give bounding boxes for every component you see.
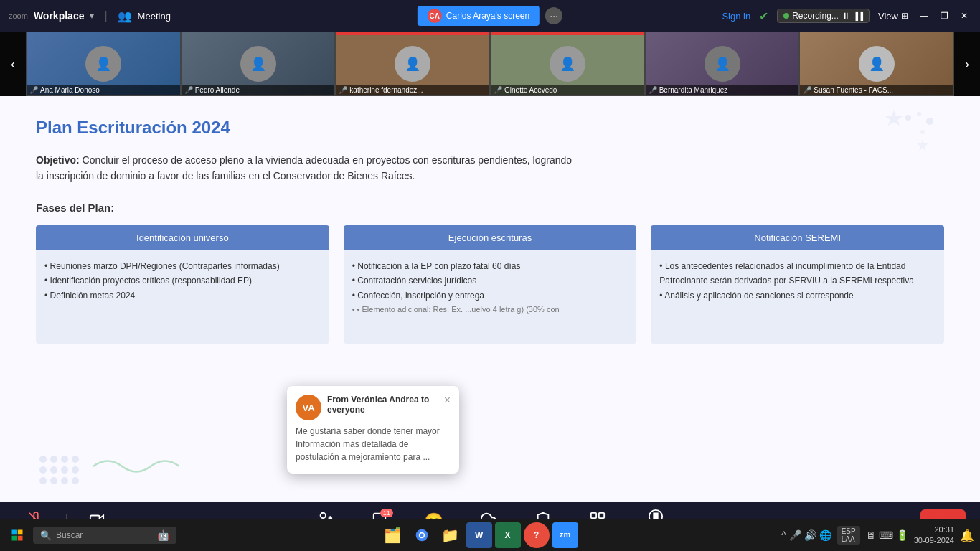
phases-grid: Identificación universo Reuniones marzo … <box>36 225 944 344</box>
svg-point-9 <box>72 456 79 463</box>
search-bar[interactable]: 🔍 Buscar 🤖 <box>33 527 176 544</box>
rec-dot <box>783 13 789 19</box>
close-button[interactable]: ✕ <box>957 9 971 23</box>
phase-card-1: Identificación universo Reuniones marzo … <box>36 225 329 344</box>
thumb-name-2: 🎤 Pedro Allende <box>182 85 335 95</box>
battery-icon[interactable]: 🔋 <box>896 529 908 541</box>
svg-rect-30 <box>18 530 23 535</box>
objetivo-label: Objetivo: <box>36 154 80 166</box>
taskbar: 🔍 Buscar 🤖 🗂️ 📁 W X ? zm ^ 🎤 🔊 🌐 ESPLAA <box>0 519 980 551</box>
screen-share-badge: CA Carlos Araya's screen <box>418 6 540 26</box>
close-popup-button[interactable]: × <box>444 395 451 406</box>
chat-message: Me gustaría saber dónde tener mayor Info… <box>296 426 440 462</box>
maximize-button[interactable]: ❐ <box>937 9 951 23</box>
va-avatar: VA <box>296 395 321 420</box>
svg-rect-23 <box>599 512 604 517</box>
taskbar-explorer-button[interactable]: 🗂️ <box>380 522 406 548</box>
keyboard-icon[interactable]: ⌨ <box>879 529 893 541</box>
taskbar-zoom-button[interactable]: zm <box>552 522 578 548</box>
date-label: 30-09-2024 <box>914 535 954 546</box>
chat-popup-body: Me gustaría saber dónde tener mayor Info… <box>287 425 459 474</box>
svg-point-3 <box>920 130 925 134</box>
taskbar-right: ^ 🎤 🔊 🌐 ESPLAA 🖥 ⌨ 🔋 20:31 30-09-2024 🔔 <box>781 524 974 547</box>
meeting-icon: 👥 <box>118 9 132 23</box>
svg-rect-28 <box>656 513 658 519</box>
svg-point-7 <box>50 456 57 463</box>
speaker-icon[interactable]: 🔊 <box>804 529 816 541</box>
thumb-name-4: 🎤 Ginette Acevedo <box>491 85 644 95</box>
screen-share-more-button[interactable]: ··· <box>545 7 562 24</box>
phase-header-2: Ejecución escrituras <box>344 225 637 250</box>
svg-point-10 <box>39 466 47 474</box>
mute-icon-5: 🎤 <box>649 86 657 94</box>
titlebar-right: Sign in ✔ Recording... ⏸ ▐▐ View ⊞ — ❐ ✕ <box>722 9 971 23</box>
participant-name-6: Susan Fuentes - FACS... <box>814 86 893 94</box>
view-label: View <box>878 11 898 22</box>
video-thumb-5: 👤 🎤 Bernardita Manriquez <box>645 32 800 96</box>
phase-body-2: Notificación a la EP con plazo fatal 60 … <box>344 250 637 344</box>
video-thumb-2: 👤 🎤 Pedro Allende <box>181 32 336 96</box>
svg-point-8 <box>61 456 68 463</box>
chat-popup-from: From Verónica Andrea to everyone <box>327 395 438 415</box>
phase-header-3: Notificación SEREMI <box>651 225 944 250</box>
svg-point-0 <box>905 115 911 121</box>
notification-bell-icon[interactable]: 🔔 <box>960 529 974 542</box>
search-placeholder: Buscar <box>56 530 83 540</box>
phase-card-3: Notificación SEREMI Los antecedentes rel… <box>651 225 944 344</box>
pause-icon: ⏸ <box>842 11 850 21</box>
rec-bars-icon: ▐▐ <box>853 12 863 20</box>
fases-label: Fases del Plan: <box>36 202 944 214</box>
grid-icon: ⊞ <box>901 11 908 21</box>
workplace-label: Workplace <box>34 10 85 22</box>
next-video-button[interactable]: › <box>954 32 980 96</box>
taskbar-word-button[interactable]: W <box>466 522 492 548</box>
svg-rect-27 <box>654 513 655 519</box>
sign-in-button[interactable]: Sign in <box>722 11 750 22</box>
minimize-button[interactable]: — <box>917 9 931 23</box>
video-thumb-4: 👤 🎤 Ginette Acevedo <box>490 32 645 96</box>
taskbar-excel-button[interactable]: X <box>495 522 521 548</box>
video-thumb-3: 👤 🎤 katherine fdernandez... <box>335 32 490 96</box>
svg-marker-4 <box>885 110 903 126</box>
meeting-label: Meeting <box>138 11 171 22</box>
video-thumb-1: 👤 🎤 Ana Maria Donoso <box>26 32 181 96</box>
mute-icon-3: 🎤 <box>339 86 347 94</box>
svg-rect-31 <box>12 536 17 541</box>
taskbar-help-button[interactable]: ? <box>524 522 550 548</box>
taskbar-chrome-button[interactable] <box>409 522 435 548</box>
thumb-name-5: 🎤 Bernardita Manriquez <box>646 85 799 95</box>
taskbar-center: 🗂️ 📁 W X ? zm <box>380 522 578 548</box>
phase-body-3: Los antecedentes relacionados al incumpl… <box>651 250 944 344</box>
svg-point-6 <box>39 456 47 463</box>
network-icon[interactable]: 🌐 <box>819 529 831 541</box>
windows-start-button[interactable] <box>6 524 29 547</box>
presentation-title: Plan Escrituración 2024 <box>36 118 944 138</box>
display-icon[interactable]: 🖥 <box>866 529 876 541</box>
titlebar-left: zoom Workplace ▾ | 👥 Meeting <box>9 9 171 23</box>
thumb-name-3: 🎤 katherine fdernandez... <box>336 85 489 95</box>
ca-avatar: CA <box>428 9 442 23</box>
svg-point-16 <box>61 477 68 484</box>
recording-badge: Recording... ⏸ ▐▐ <box>777 9 870 23</box>
titlebar: zoom Workplace ▾ | 👥 Meeting CA Carlos A… <box>0 0 980 32</box>
participant-name-2: Pedro Allende <box>195 86 240 94</box>
chevron-up-icon[interactable]: ^ <box>781 529 786 541</box>
svg-point-14 <box>39 477 47 484</box>
dropdown-arrow-icon[interactable]: ▾ <box>90 11 94 21</box>
chat-popup: VA From Verónica Andrea to everyone × Me… <box>287 386 459 474</box>
view-button[interactable]: View ⊞ <box>878 11 908 22</box>
time-label: 20:31 <box>914 524 954 535</box>
mute-icon-2: 🎤 <box>184 86 193 94</box>
svg-point-20 <box>320 513 325 518</box>
datetime-display[interactable]: 20:31 30-09-2024 <box>914 524 954 547</box>
mic-icon[interactable]: 🎤 <box>789 529 801 541</box>
presentation: Plan Escrituración 2024 Objetivo: Conclu… <box>0 96 980 502</box>
svg-rect-32 <box>18 536 23 541</box>
svg-point-35 <box>420 534 423 537</box>
win-controls: — ❐ ✕ <box>917 9 971 23</box>
main-content: Plan Escrituración 2024 Objetivo: Conclu… <box>0 96 980 502</box>
prev-video-button[interactable]: ‹ <box>0 32 26 96</box>
taskbar-files-button[interactable]: 📁 <box>438 522 463 548</box>
svg-point-1 <box>917 112 921 116</box>
svg-rect-22 <box>591 512 596 517</box>
